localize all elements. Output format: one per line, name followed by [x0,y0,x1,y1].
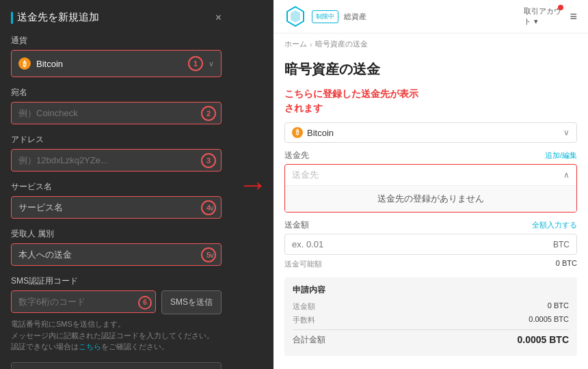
available-label: 送金可能額 [284,259,322,269]
highlight-text: こちらに登録した送金先が表示されます [284,87,577,115]
service-name-field: サービス名 サービス名 4 [11,181,222,219]
restriction-badge: 制限中 [312,10,338,23]
amount-label: 送金額 [284,219,309,231]
logo-area: 制限中 総資産 [284,5,366,27]
arrow-section: → [232,0,273,369]
panel-title: 送金先を新規追加 [11,11,99,24]
amount-input[interactable] [292,239,553,249]
header-links: 取引アカウ ト ▾ ≡ [524,6,577,27]
breadcrumb: ホーム › 暗号資産の送金 [273,33,588,55]
summary-divider [293,329,569,330]
destination-empty-message: 送金先の登録がありません [285,186,576,212]
destination-add-edit-link[interactable]: 追加/編集 [545,150,577,161]
summary-title: 申請内容 [293,284,569,296]
currency-value: Bitcoin [36,59,183,69]
amount-currency-label: BTC [553,240,570,249]
sms-row: 6 SMSを送信 [11,290,222,314]
amount-full-link[interactable]: 全額入力する [532,220,577,230]
currency-label-right: Bitcoin [307,128,563,138]
sms-help-link[interactable]: こちら [79,342,101,351]
svg-marker-1 [291,10,300,23]
service-name-label: サービス名 [11,181,222,193]
recipient-type-field: 受取人 属別 本人への送金 5 [11,228,222,266]
summary-box: 申請内容 送金額 0 BTC 手数料 0.0005 BTC 合計金額 0.000… [284,277,577,356]
close-button[interactable]: × [215,12,222,24]
destination-section-label: 送金先 [284,150,309,161]
trading-account-wrapper: 取引アカウ ト ▾ [524,6,561,27]
logo-icon [284,5,306,27]
panel-title-text: 送金先を新規追加 [17,11,99,24]
breadcrumb-home[interactable]: ホーム [284,39,307,49]
summary-value-1: 0.0005 BTC [529,315,569,325]
summary-total-row: 合計金額 0.0005 BTC [293,334,569,346]
amount-field: BTC [284,234,577,255]
recipient-name-field: 宛名 2 [11,87,222,124]
destination-placeholder: 送金先 [292,169,563,181]
right-panel: 制限中 総資産 取引アカウ ト ▾ ≡ ホーム › 暗号資産の送金 暗号資産の送… [273,0,588,369]
right-arrow-icon: → [238,169,268,200]
summary-row-1: 手数料 0.0005 BTC [293,315,569,325]
address-label: アドレス [11,134,222,146]
currency-select[interactable]: ₿ Bitcoin 1 ∨ [11,50,222,77]
step-5-circle: 5 [201,247,216,262]
step-3-circle: 3 [201,153,216,168]
page-title: 暗号資産の送金 [284,60,577,79]
btc-icon-right: ₿ [292,127,303,138]
destination-chevron-icon: ∧ [563,170,570,180]
destination-section-row: 送金先 追加/編集 [284,150,577,161]
breadcrumb-current: 暗号資産の送金 [315,39,368,49]
right-content: 暗号資産の送金 こちらに登録した送金先が表示されます ₿ Bitcoin ∨ 送… [273,55,588,367]
currency-field: 通貨 ₿ Bitcoin 1 ∨ [11,35,222,77]
summary-label-0: 送金額 [293,301,315,312]
summary-total-label: 合計金額 [293,334,325,346]
step-1-circle: 1 [188,56,203,71]
available-row: 送金可能額 0 BTC [284,259,577,269]
sms-send-button[interactable]: SMSを送信 [161,290,222,314]
currency-label: 通貨 [11,35,222,46]
title-bar-decoration [11,12,13,24]
summary-label-1: 手数料 [293,315,315,325]
breadcrumb-separator: › [310,40,312,49]
address-input[interactable] [11,149,222,172]
sms-input[interactable] [11,290,156,313]
summary-row-0: 送金額 0 BTC [293,301,569,312]
address-field: アドレス 3 [11,134,222,172]
service-name-select[interactable]: サービス名 [11,196,222,219]
total-assets-label: 総資産 [344,12,366,22]
right-header: 制限中 総資産 取引アカウ ト ▾ ≡ [273,0,588,33]
sms-note: 電話番号宛にSMSを送信します。 メッセージ内に記載された認証コードを入力してく… [11,318,222,353]
available-value: 0 BTC [556,259,577,269]
recipient-type-label: 受取人 属別 [11,228,222,240]
step-2-circle: 2 [201,106,216,121]
notification-dot [558,5,563,10]
step-6-circle: 6 [138,296,152,310]
destination-select[interactable]: 送金先 ∧ 送金先の登録がありません ↓ [284,164,577,213]
summary-value-0: 0 BTC [548,301,569,312]
currency-chevron-icon: ∨ [563,128,570,137]
amount-row: 送金額 全額入力する [284,219,577,231]
left-panel: 送金先を新規追加 × 通貨 ₿ Bitcoin 1 ∨ 宛名 2 アドレス 3 … [0,0,232,369]
recipient-name-label: 宛名 [11,87,222,98]
sms-label: SMS認証用コード [11,275,222,287]
destination-top[interactable]: 送金先 ∧ [285,165,576,186]
info-box: ℹ 以下に該当する場合、個人情報保護法に基づく確認が必要になります。送金前に「こ… [11,362,222,370]
chevron-down-icon: ∨ [209,59,214,68]
panel-header: 送金先を新規追加 × [11,11,222,24]
currency-select-right[interactable]: ₿ Bitcoin ∨ [284,122,577,143]
sms-field: SMS認証用コード 6 SMSを送信 電話番号宛にSMSを送信します。 メッセー… [11,275,222,353]
recipient-type-select[interactable]: 本人への送金 [11,243,222,266]
summary-total-value: 0.0005 BTC [518,334,569,346]
step-4-circle: 4 [201,200,216,215]
hamburger-icon[interactable]: ≡ [570,10,577,24]
btc-icon: ₿ [18,57,31,70]
recipient-name-input[interactable] [11,102,222,124]
trading-account-link[interactable]: 取引アカウ ト ▾ [524,7,561,25]
